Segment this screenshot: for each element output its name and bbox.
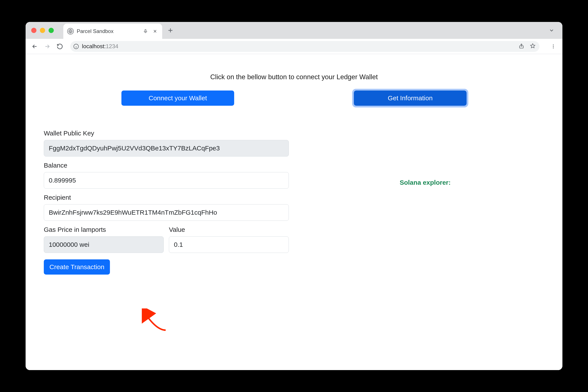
browser-window: Parcel Sandbox local [25, 22, 563, 370]
svg-point-6 [553, 48, 554, 48]
value-input[interactable] [169, 236, 289, 253]
field-balance: Balance [44, 162, 289, 188]
window-maximize-button[interactable] [49, 28, 54, 33]
svg-rect-1 [145, 30, 146, 32]
tab-strip: Parcel Sandbox [25, 22, 563, 39]
window-controls [31, 28, 54, 33]
toolbar: localhost:1234 [25, 39, 563, 54]
window-minimize-button[interactable] [40, 28, 45, 33]
browser-menu-button[interactable] [549, 42, 558, 51]
url-text: localhost:1234 [82, 43, 516, 50]
globe-icon [67, 28, 74, 34]
bookmark-icon[interactable] [530, 43, 536, 50]
solana-explorer-label: Solana explorer: [399, 179, 450, 186]
instruction-text: Click on the bellow button to connect yo… [44, 73, 544, 81]
svg-point-5 [553, 46, 554, 47]
new-tab-button[interactable] [164, 24, 177, 36]
field-value: Value [169, 226, 289, 253]
value-label: Value [169, 226, 289, 233]
connect-wallet-button[interactable]: Connect your Wallet [121, 90, 234, 106]
browser-tab[interactable]: Parcel Sandbox [63, 24, 162, 39]
recipient-label: Recipient [44, 194, 289, 201]
svg-point-4 [553, 44, 554, 45]
site-info-icon[interactable] [73, 44, 79, 49]
forward-button[interactable] [42, 42, 52, 51]
field-recipient: Recipient [44, 194, 289, 221]
share-icon[interactable] [519, 43, 524, 50]
balance-input[interactable] [44, 172, 289, 188]
public-key-label: Wallet Public Key [44, 130, 289, 137]
gas-price-label: Gas Price in lamports [44, 226, 164, 233]
create-transaction-button[interactable]: Create Transaction [44, 260, 110, 274]
side-column: Solana explorer: [306, 130, 544, 274]
get-information-button[interactable]: Get Information [354, 90, 467, 106]
balance-label: Balance [44, 162, 289, 169]
tabs-overflow-button[interactable] [547, 26, 556, 35]
reload-button[interactable] [55, 42, 65, 51]
annotation-arrow-icon [142, 308, 168, 333]
recipient-input[interactable] [44, 204, 289, 221]
field-public-key: Wallet Public Key [44, 130, 289, 156]
page-content: Click on the bellow button to connect yo… [25, 54, 563, 370]
tab-close-icon[interactable] [152, 28, 158, 34]
field-gas-price: Gas Price in lamports [44, 226, 164, 253]
public-key-input[interactable] [44, 140, 289, 156]
gas-price-input[interactable] [44, 236, 164, 253]
address-bar[interactable]: localhost:1234 [70, 41, 539, 52]
back-button[interactable] [30, 42, 39, 51]
transaction-form: Wallet Public Key Balance Recipient Gas … [44, 130, 289, 274]
top-buttons-row: Connect your Wallet Get Information [44, 90, 544, 106]
tab-audio-icon[interactable] [142, 28, 149, 34]
window-close-button[interactable] [31, 28, 36, 33]
tab-title: Parcel Sandbox [77, 28, 139, 34]
